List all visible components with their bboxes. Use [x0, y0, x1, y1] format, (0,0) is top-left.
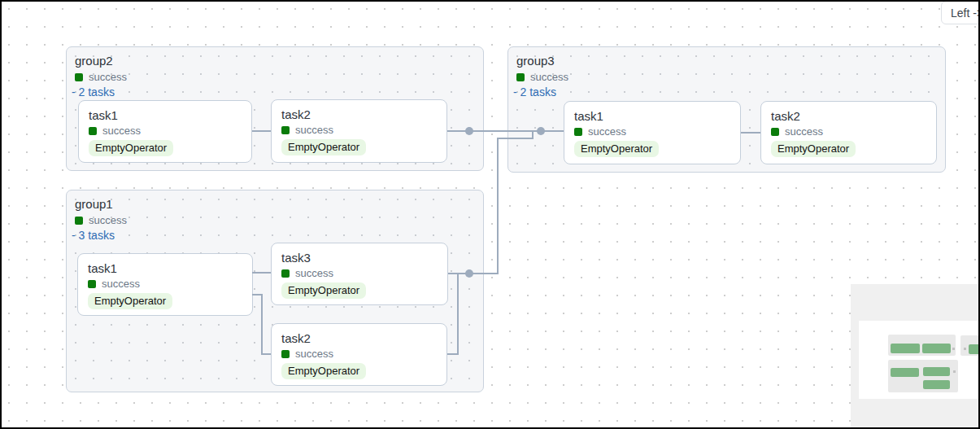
task-title: task1: [574, 109, 730, 124]
task-node-group1-task3[interactable]: task3 success EmptyOperator: [271, 243, 448, 305]
task-title: task2: [281, 107, 437, 122]
layout-direction-button[interactable]: Left ->: [941, 1, 980, 24]
task-title: task1: [88, 261, 242, 276]
task-node-group2-task1[interactable]: task1 success EmptyOperator: [78, 100, 252, 163]
task-status-label: success: [102, 125, 141, 137]
task-group-group2[interactable]: group2 success - 2 tasks task1 success E…: [66, 46, 484, 171]
task-status-label: success: [588, 125, 626, 138]
group-collapse-toggle[interactable]: - 2 tasks: [72, 85, 475, 98]
group-status-label: success: [89, 71, 127, 83]
task-group-group3[interactable]: group3 success - 2 tasks task1 success E…: [507, 46, 946, 173]
success-square-icon: [771, 128, 779, 136]
minimap-task-node: [922, 344, 951, 353]
minimap-join-dot: [964, 348, 966, 350]
operator-pill: EmptyOperator: [281, 282, 366, 299]
group-title: group2: [75, 53, 475, 68]
operator-pill: EmptyOperator: [89, 140, 173, 156]
group-collapse-toggle[interactable]: - 3 tasks: [72, 229, 475, 242]
minimap-task-node: [891, 344, 920, 353]
task-title: task2: [771, 109, 926, 124]
group-collapse-toggle[interactable]: - 2 tasks: [513, 85, 937, 98]
operator-pill: EmptyOperator: [281, 139, 366, 155]
task-node-group3-task1[interactable]: task1 success EmptyOperator: [564, 101, 741, 164]
task-status-label: success: [295, 124, 333, 136]
dag-graph-canvas[interactable]: group2 success - 2 tasks task1 success E…: [0, 0, 980, 429]
minimap-task-node: [891, 368, 919, 377]
success-square-icon: [75, 217, 83, 225]
success-square-icon: [516, 73, 525, 81]
group-status-label: success: [530, 71, 568, 83]
task-node-group2-task2[interactable]: task2 success EmptyOperator: [271, 99, 447, 163]
group-status-label: success: [89, 214, 127, 226]
task-status-label: success: [102, 278, 140, 290]
success-square-icon: [75, 73, 83, 81]
minimap-task-node: [923, 380, 950, 389]
operator-pill: EmptyOperator: [574, 141, 659, 157]
success-square-icon: [281, 126, 290, 134]
minimap-join-dot: [953, 370, 956, 373]
task-status-label: success: [295, 348, 333, 360]
success-square-icon: [574, 128, 582, 136]
task-node-group1-task2[interactable]: task2 success EmptyOperator: [271, 323, 447, 386]
success-square-icon: [281, 269, 290, 278]
task-title: task1: [89, 108, 242, 123]
task-status: success: [574, 125, 730, 138]
operator-pill: EmptyOperator: [281, 363, 366, 379]
success-square-icon: [89, 127, 97, 135]
group-title: group1: [75, 196, 475, 212]
group-status: success: [75, 71, 475, 83]
group-status: success: [75, 214, 475, 226]
minimap-task-node: [923, 367, 950, 376]
success-square-icon: [281, 350, 290, 358]
task-status: success: [281, 348, 437, 360]
task-status: success: [281, 267, 438, 279]
task-status: success: [88, 278, 242, 290]
task-group-group1[interactable]: group1 success - 3 tasks task1 success E…: [66, 190, 484, 392]
task-status-label: success: [295, 267, 333, 279]
minimap-task-node: [969, 344, 980, 354]
task-title: task2: [281, 331, 437, 346]
operator-pill: EmptyOperator: [88, 293, 172, 309]
task-title: task3: [281, 251, 438, 265]
group-status: success: [516, 71, 937, 83]
task-node-group1-task1[interactable]: task1 success EmptyOperator: [77, 253, 253, 316]
task-status: success: [89, 125, 242, 137]
task-status: success: [281, 124, 437, 136]
group-title: group3: [516, 53, 937, 68]
minimap[interactable]: [851, 284, 980, 427]
task-status: success: [771, 125, 926, 138]
task-status-label: success: [785, 125, 823, 138]
task-node-group3-task2[interactable]: task2 success EmptyOperator: [760, 101, 937, 164]
minimap-join-dot: [952, 348, 955, 350]
success-square-icon: [88, 280, 96, 288]
operator-pill: EmptyOperator: [771, 141, 856, 157]
